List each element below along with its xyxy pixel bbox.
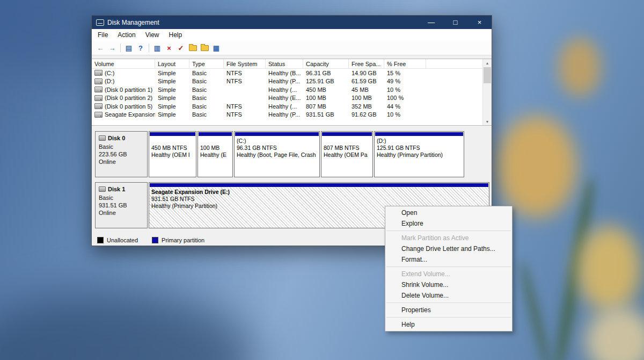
menu-item-extend-volume: Extend Volume...	[385, 269, 512, 279]
maximize-button[interactable]: □	[443, 16, 467, 29]
disk-panel-disk-1[interactable]: Disk 1Basic931.51 GBOnline	[95, 182, 148, 228]
folder-glyph	[201, 45, 209, 51]
cell-status: Healthy (P...	[266, 111, 303, 118]
partition-text-line: Healthy (OEM I	[151, 152, 194, 159]
disk-info-line: Basic	[99, 143, 144, 150]
column-header-layout[interactable]: Layout	[155, 59, 189, 68]
cell-capacity: 807 MB	[303, 103, 349, 110]
volume-row-d[interactable]: (D:)SimpleBasicNTFSHealthy (P...125.91 G…	[92, 77, 492, 86]
partition-text-line: Healthy (Boot, Page File, Crash	[237, 152, 317, 159]
disk-info-line: Online	[99, 209, 144, 217]
cell-layout: Simple	[155, 95, 189, 101]
cell-type: Basic	[189, 87, 224, 93]
console-window-icon[interactable]: ▥	[151, 42, 163, 53]
minimize-button[interactable]: —	[419, 16, 443, 29]
context-menu: OpenExploreMark Partition as ActiveChang…	[385, 206, 513, 332]
scroll-up-arrow[interactable]	[483, 59, 492, 67]
volume-row-disk-0-partition-1[interactable]: (Disk 0 partition 1)SimpleBasicHealthy (…	[92, 85, 492, 94]
caption-buttons: — □ ×	[419, 16, 492, 29]
partitions: 450 MB NTFSHealthy (OEM I 100 MBHealthy …	[149, 131, 489, 177]
cell-volume: (C:)	[92, 70, 155, 76]
column-header-file-system[interactable]: File System	[224, 59, 266, 68]
volume-label: (D:)	[105, 78, 114, 84]
disk-panel-disk-0[interactable]: Disk 0Basic223.56 GBOnline	[95, 131, 148, 177]
partition-100-mb[interactable]: 100 MBHealthy (E	[197, 131, 233, 177]
menu-item-format[interactable]: Format...	[385, 254, 512, 265]
column-header-free-spa[interactable]: Free Spa...	[349, 59, 384, 68]
menu-item-shrink-volume[interactable]: Shrink Volume...	[385, 279, 512, 290]
help-icon[interactable]: ?	[135, 42, 147, 53]
scrollbar-thumb[interactable]	[484, 67, 491, 83]
partition-text-line: 931.51 GB NTFS	[151, 196, 487, 203]
disk-name: Disk 1	[99, 185, 144, 193]
cell-layout: Simple	[155, 70, 189, 76]
column-header-capacity[interactable]: Capacity	[303, 59, 349, 68]
cell-free: 15 %	[384, 70, 426, 76]
menu-view[interactable]: View	[141, 30, 164, 40]
partition-807-mb-ntfs[interactable]: 807 MB NTFSHealthy (OEM Pa	[321, 131, 373, 177]
volume-list-body: (C:)SimpleBasicNTFSHealthy (B...96.31 GB…	[92, 69, 492, 119]
menu-help[interactable]: Help	[164, 30, 187, 40]
menu-action[interactable]: Action	[113, 30, 140, 40]
partition-text-line	[200, 138, 230, 145]
open-folder-icon[interactable]	[187, 42, 199, 53]
cell-free: 10 %	[384, 87, 426, 93]
volume-icon	[94, 70, 103, 76]
partition-450-mb-ntfs[interactable]: 450 MB NTFSHealthy (OEM I	[149, 131, 196, 177]
cell-file-system: NTFS	[224, 78, 266, 84]
back-icon[interactable]: ←	[94, 42, 106, 53]
partition-text-line: Healthy (E	[200, 152, 230, 159]
disk-info-line: 223.56 GB	[99, 150, 144, 158]
column-header-type[interactable]: Type	[189, 59, 224, 68]
partition-c[interactable]: (C:)96.31 GB NTFSHealthy (Boot, Page Fil…	[234, 131, 320, 177]
close-button[interactable]: ×	[467, 16, 492, 29]
partition-color-stripe	[235, 132, 319, 136]
volume-row-disk-0-partition-5[interactable]: (Disk 0 partition 5)SimpleBasicNTFSHealt…	[92, 102, 492, 111]
window-title: Disk Management	[107, 19, 159, 26]
partition-color-stripe	[322, 132, 372, 136]
volume-row-seagate-expansion[interactable]: Seagate Expansion...SimpleBasicNTFSHealt…	[92, 111, 492, 119]
menu-item-open[interactable]: Open	[385, 207, 512, 218]
menu-item-change-drive-letter-and-paths[interactable]: Change Drive Letter and Paths...	[385, 243, 512, 254]
menu-file[interactable]: File	[93, 30, 113, 40]
partition-d[interactable]: (D:)125.91 GB NTFSHealthy (Primary Parti…	[374, 131, 464, 177]
cell-capacity: 125.91 GB	[303, 78, 349, 84]
legend-primary-partition: Primary partition	[152, 237, 204, 243]
edit-folder-icon[interactable]	[199, 42, 210, 53]
menu-item-explore[interactable]: Explore	[385, 218, 512, 229]
partition-body: 807 MB NTFSHealthy (OEM Pa	[321, 136, 372, 177]
cell-layout: Simple	[155, 87, 189, 93]
flower-stem	[517, 258, 554, 360]
menu-item-help[interactable]: Help	[385, 319, 512, 330]
partition-body: 450 MB NTFSHealthy (OEM I	[149, 136, 196, 177]
check-disk-icon[interactable]: ✓	[175, 42, 187, 53]
grid-icon[interactable]: ▦	[210, 42, 222, 53]
cell-capacity: 100 MB	[303, 95, 349, 101]
column-header-free[interactable]: % Free	[384, 59, 426, 68]
cell-status: Healthy (P...	[266, 78, 303, 84]
forward-icon[interactable]: →	[106, 42, 118, 53]
volume-list-header: VolumeLayoutTypeFile SystemStatusCapacit…	[92, 59, 492, 69]
menu-item-properties[interactable]: Properties	[385, 305, 512, 315]
partition-text-line	[324, 138, 370, 145]
menu-bar: File Action View Help	[92, 29, 492, 41]
legend-label: Unallocated	[107, 237, 138, 243]
cell-volume: (D:)	[92, 78, 155, 84]
volume-row-c[interactable]: (C:)SimpleBasicNTFSHealthy (B...96.31 GB…	[92, 69, 492, 77]
volume-row-disk-0-partition-2[interactable]: (Disk 0 partition 2)SimpleBasicHealthy (…	[92, 94, 492, 103]
legend-swatch	[152, 237, 158, 243]
cell-type: Basic	[189, 95, 224, 101]
console-tree-icon[interactable]: ▤	[123, 42, 135, 53]
volume-icon	[94, 112, 103, 118]
delete-volume-icon[interactable]: ×	[163, 42, 175, 53]
title-bar[interactable]: Disk Management — □ ×	[92, 16, 492, 29]
toolbar-separator	[120, 44, 121, 52]
column-header-volume[interactable]: Volume	[92, 59, 155, 68]
cell-capacity: 931.51 GB	[303, 111, 349, 118]
desktop-background: Disk Management — □ × File Action View H…	[0, 0, 644, 360]
column-header-status[interactable]: Status	[266, 59, 303, 68]
vertical-scrollbar[interactable]	[482, 59, 492, 125]
partition-color-stripe	[150, 132, 195, 136]
menu-item-delete-volume[interactable]: Delete Volume...	[385, 290, 512, 301]
partition-body: (C:)96.31 GB NTFSHealthy (Boot, Page Fil…	[235, 136, 319, 177]
